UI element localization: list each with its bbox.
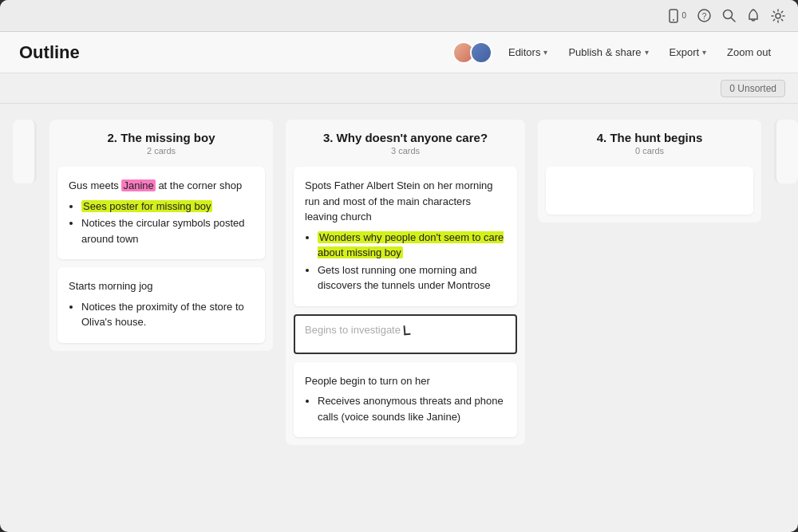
settings-icon[interactable] xyxy=(771,9,785,23)
zoom-label: Zoom out xyxy=(727,46,771,58)
svg-point-1 xyxy=(673,19,674,21)
search-icon[interactable] xyxy=(722,9,736,22)
help-icon[interactable]: ? xyxy=(697,9,711,22)
empty-card-placeholder xyxy=(546,167,753,215)
column-4-body xyxy=(538,160,761,223)
zoom-out-button[interactable]: Zoom out xyxy=(719,42,779,62)
card-3-1-bullets: Wonders why people don't seem to care ab… xyxy=(318,230,506,294)
column-2-header: 2. The missing boy 2 cards xyxy=(49,120,273,160)
column-4-count: 0 cards xyxy=(551,146,749,156)
column-2: 2. The missing boy 2 cards Gus meets Jan… xyxy=(49,120,273,351)
page-title: Outline xyxy=(19,42,80,63)
unsorted-badge[interactable]: 0 Unsorted xyxy=(721,80,785,97)
bullet-2-1-1: Sees poster for missing boy xyxy=(81,199,254,215)
svg-text:?: ? xyxy=(702,12,707,21)
svg-line-5 xyxy=(731,18,735,22)
publish-share-button[interactable]: Publish & share ▾ xyxy=(560,42,656,62)
card-input-placeholder: Begins to investigate xyxy=(305,324,401,336)
bullet-3-1-2: Gets lost running one morning and discov… xyxy=(318,262,506,294)
column-2-title: 2. The missing boy xyxy=(62,131,260,144)
toolbar: 0 Unsorted xyxy=(0,73,798,104)
bullet-3-1-1: Wonders why people don't seem to care ab… xyxy=(318,230,506,261)
export-label: Export xyxy=(670,46,700,58)
editors-label: Editors xyxy=(508,46,540,58)
highlight-poster: Sees poster for missing boy xyxy=(81,200,212,212)
export-chevron: ▾ xyxy=(702,48,706,57)
card-3-1[interactable]: Spots Father Albert Stein on her morning… xyxy=(294,167,517,306)
left-partial-col xyxy=(13,120,37,183)
card-2-2-text: Starts morning jog xyxy=(69,278,254,294)
card-3-1-text: Spots Father Albert Stein on her morning… xyxy=(305,178,506,225)
column-3: 3. Why doesn't anyone care? 3 cards Spot… xyxy=(286,120,525,445)
header: Outline Editors ▾ Publish & share ▾ Expo… xyxy=(0,32,798,73)
text-cursor xyxy=(403,325,410,336)
title-bar: 0 ? xyxy=(0,0,798,32)
column-3-title: 3. Why doesn't anyone care? xyxy=(298,131,512,144)
export-button[interactable]: Export ▾ xyxy=(662,42,715,62)
card-3-input[interactable]: Begins to investigate xyxy=(294,314,517,354)
column-4: 4. The hunt begins 0 cards xyxy=(538,120,761,223)
card-2-1-bullets: Sees poster for missing boy Notices the … xyxy=(81,199,254,247)
card-2-2[interactable]: Starts morning jog Notices the proximity… xyxy=(57,267,265,343)
editors-button[interactable]: Editors ▾ xyxy=(500,42,555,62)
card-3-2[interactable]: People begin to turn on her Receives ano… xyxy=(294,362,517,438)
column-2-body: Gus meets Janine at the corner shop Sees… xyxy=(49,160,273,351)
editors-chevron: ▾ xyxy=(543,48,547,57)
card-2-2-bullets: Notices the proximity of the store to Ol… xyxy=(81,299,254,330)
title-bar-icons: 0 ? xyxy=(667,9,785,23)
card-3-2-text: People begin to turn on her xyxy=(305,373,506,389)
highlight-janine: Janine xyxy=(121,179,155,191)
highlight-wonders: Wonders why people don't seem to care ab… xyxy=(318,231,504,259)
mobile-icon[interactable]: 0 xyxy=(667,9,686,23)
bell-icon[interactable] xyxy=(747,9,760,23)
column-4-title: 4. The hunt begins xyxy=(551,131,749,144)
header-actions: Editors ▾ Publish & share ▾ Export ▾ Zoo… xyxy=(452,41,779,64)
column-3-header: 3. Why doesn't anyone care? 3 cards xyxy=(286,120,525,160)
column-4-header: 4. The hunt begins 0 cards xyxy=(538,120,761,160)
bullet-2-2-1: Notices the proximity of the store to Ol… xyxy=(81,299,254,330)
card-3-2-bullets: Receives anonymous threats and phone cal… xyxy=(318,393,506,424)
column-3-count: 3 cards xyxy=(298,146,512,156)
publish-label: Publish & share xyxy=(568,46,641,58)
editors-avatars xyxy=(452,41,492,64)
bullet-2-1-2: Notices the circular symbols posted arou… xyxy=(81,215,254,246)
app-window: 0 ? xyxy=(0,0,798,532)
card-2-1-text: Gus meets Janine at the corner shop xyxy=(69,178,254,194)
column-2-count: 2 cards xyxy=(62,146,260,156)
svg-point-6 xyxy=(776,14,780,18)
main-content: 2. The missing boy 2 cards Gus meets Jan… xyxy=(0,104,798,532)
right-partial-col xyxy=(774,120,798,183)
publish-chevron: ▾ xyxy=(645,48,649,57)
mobile-count: 0 xyxy=(681,11,686,20)
avatar-2 xyxy=(470,41,492,64)
card-2-1[interactable]: Gus meets Janine at the corner shop Sees… xyxy=(57,167,265,259)
column-3-body: Spots Father Albert Stein on her morning… xyxy=(286,160,525,445)
bullet-3-2-1: Receives anonymous threats and phone cal… xyxy=(318,393,506,424)
